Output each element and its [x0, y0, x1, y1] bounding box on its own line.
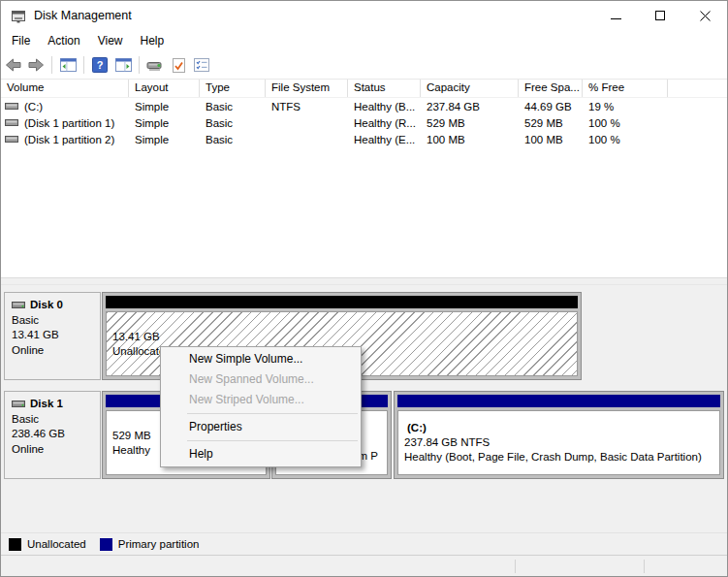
forward-icon: [28, 58, 45, 72]
context-menu: New Simple Volume... New Spanned Volume.…: [160, 346, 362, 467]
partition-name: (C:): [404, 421, 719, 435]
window-controls: [593, 1, 727, 30]
cell-layout: Simple: [129, 117, 200, 129]
forward-button[interactable]: [25, 54, 47, 76]
check-button[interactable]: [168, 54, 189, 76]
title-bar[interactable]: Disk Management: [1, 1, 727, 30]
cell-fs: NTFS: [266, 101, 348, 112]
partition-c-body[interactable]: (C:) 237.84 GB NTFS Healthy (Boot, Page …: [397, 410, 720, 475]
column-header-layout[interactable]: Layout: [129, 80, 200, 97]
rescan-disks-button[interactable]: [144, 54, 166, 76]
table-row[interactable]: (Disk 1 partition 1) Simple Basic Health…: [1, 114, 727, 131]
menu-item-help[interactable]: Help: [161, 444, 361, 465]
disk1-name: Disk 1: [30, 397, 63, 412]
cell-pct-free: 19 %: [583, 101, 668, 112]
disk0-status: Online: [12, 343, 100, 359]
cell-status: Healthy (B...: [348, 101, 421, 112]
toolbar-separator: [139, 56, 140, 74]
show-console-tree-button[interactable]: [57, 54, 79, 76]
menu-item-new-spanned-volume: New Spanned Volume...: [161, 369, 361, 390]
minimize-icon: [611, 18, 621, 19]
volume-icon: [5, 134, 19, 144]
cell-capacity: 237.84 GB: [421, 101, 519, 112]
table-row[interactable]: (C:) Simple Basic NTFS Healthy (B... 237…: [1, 98, 727, 114]
disk0-type: Basic: [12, 313, 100, 329]
cell-pct-free: 100 %: [583, 134, 668, 145]
column-header-type[interactable]: Type: [200, 80, 266, 97]
menu-item-new-simple-volume[interactable]: New Simple Volume...: [161, 349, 361, 369]
partition-status: Healthy (Boot, Page File, Crash Dump, Ba…: [404, 450, 719, 465]
volume-icon: [5, 117, 19, 128]
toolbar-separator: [51, 56, 52, 74]
disk1-label-panel[interactable]: Disk 1 Basic 238.46 GB Online: [4, 391, 101, 479]
cell-free: 44.69 GB: [519, 101, 583, 112]
help-button[interactable]: ?: [89, 54, 111, 76]
status-bar-divider: [644, 560, 645, 573]
menu-separator: [187, 413, 358, 414]
pane-splitter[interactable]: [1, 277, 727, 285]
toolbar-separator: [83, 56, 84, 74]
properties-button[interactable]: [191, 54, 212, 76]
disk0-name: Disk 0: [30, 298, 63, 313]
menu-action[interactable]: Action: [39, 31, 88, 50]
column-header-free-space[interactable]: Free Spa...: [519, 80, 583, 97]
disk1-partition-c-region[interactable]: (C:) 237.84 GB NTFS Healthy (Boot, Page …: [394, 391, 724, 479]
column-header-volume[interactable]: Volume: [1, 80, 129, 97]
volume-list-pane: Volume Layout Type File System Status Ca…: [1, 79, 727, 277]
maximize-icon: [655, 11, 665, 20]
menu-item-properties[interactable]: Properties: [161, 417, 361, 437]
disk0-size: 13.41 GB: [12, 328, 100, 343]
table-row[interactable]: (Disk 1 partition 2) Simple Basic Health…: [1, 131, 727, 147]
close-button[interactable]: [682, 1, 727, 30]
svg-text:?: ?: [97, 59, 104, 71]
menu-help[interactable]: Help: [132, 31, 174, 50]
status-bar-divider: [515, 560, 516, 573]
legend-label-unallocated: Unallocated: [27, 538, 86, 550]
unallocated-swatch: [9, 538, 21, 551]
cell-status: Healthy (R...: [348, 117, 421, 129]
disk1-status: Online: [12, 442, 100, 458]
rescan-disks-icon: [146, 59, 164, 72]
disk0-label-panel[interactable]: Disk 0 Basic 13.41 GB Online: [4, 292, 101, 380]
maximize-button[interactable]: [638, 1, 682, 30]
back-icon: [5, 58, 21, 72]
minimize-button[interactable]: [593, 1, 638, 30]
back-button[interactable]: [2, 54, 23, 76]
cell-capacity: 100 MB: [421, 134, 519, 145]
show-action-pane-button[interactable]: [112, 54, 134, 76]
column-header-status[interactable]: Status: [348, 80, 421, 97]
menu-item-new-striped-volume: New Striped Volume...: [161, 390, 361, 410]
cell-status: Healthy (E...: [348, 134, 421, 145]
column-header-filler: [668, 80, 727, 97]
cell-pct-free: 100 %: [583, 117, 668, 129]
cell-free: 100 MB: [519, 134, 583, 145]
menu-view[interactable]: View: [89, 31, 132, 50]
volume-name: (C:): [24, 101, 43, 112]
disk-icon: [12, 400, 26, 409]
column-header-file-system[interactable]: File System: [266, 80, 348, 97]
graphical-view-pane: Disk 0 Basic 13.41 GB Online 13.41 GB Un…: [1, 285, 727, 532]
show-console-tree-icon: [60, 58, 77, 72]
cell-layout: Simple: [129, 101, 200, 112]
window-title: Disk Management: [34, 9, 132, 22]
cell-type: Basic: [200, 134, 266, 145]
help-icon: ?: [92, 57, 108, 73]
menu-separator: [187, 440, 358, 441]
toolbar: ?: [1, 51, 727, 79]
column-header-capacity[interactable]: Capacity: [421, 80, 519, 97]
legend-bar: Unallocated Primary partition: [1, 532, 727, 555]
partition-size: 237.84 GB NTFS: [404, 435, 719, 450]
volume-name: (Disk 1 partition 2): [24, 134, 114, 145]
cell-layout: Simple: [129, 134, 200, 145]
primary-partition-swatch: [100, 538, 112, 551]
volume-icon: [5, 101, 19, 112]
primary-partition-band: [397, 395, 720, 407]
region-size: 13.41 GB: [112, 330, 577, 344]
menu-file[interactable]: File: [3, 31, 39, 50]
disk1-size: 238.46 GB: [12, 427, 100, 442]
disk-management-window: Disk Management File Action View Help: [0, 0, 728, 577]
cell-type: Basic: [200, 101, 266, 112]
cell-capacity: 529 MB: [421, 117, 519, 129]
properties-icon: [194, 58, 209, 72]
column-header-pct-free[interactable]: % Free: [583, 80, 668, 97]
